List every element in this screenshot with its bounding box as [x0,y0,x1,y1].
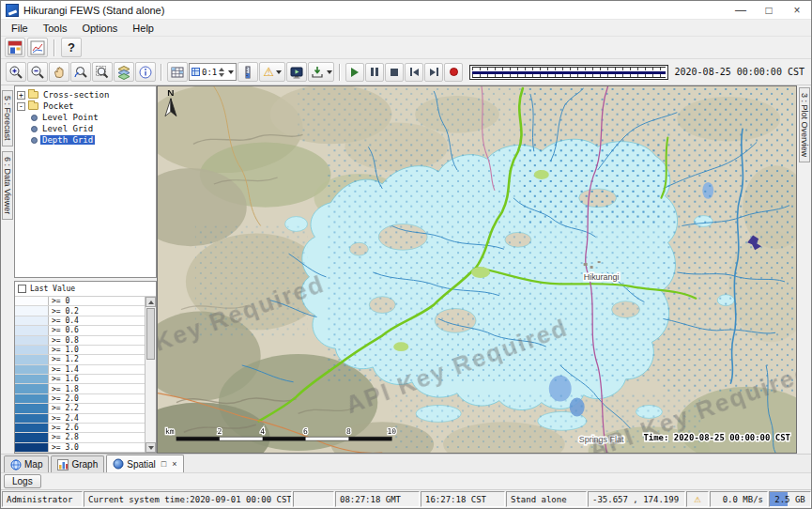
menu-item-options[interactable]: Options [74,22,125,35]
scale-tick: 10 [387,427,396,436]
download-icon [310,65,325,80]
menu-item-help[interactable]: Help [125,22,161,35]
map-viewport[interactable]: Hikurangi Springs Flat API Key Required … [157,85,797,454]
skip-start-icon [410,68,412,76]
status-memory: 2.5 GB [769,491,811,507]
warning-icon: ⚠ [694,493,700,505]
maximize-button[interactable]: □ [755,1,783,19]
legend-row: >= 2.4 [15,414,145,424]
panel-float-button[interactable]: □ [161,459,166,469]
menu-item-file[interactable]: File [4,22,36,35]
tree-item-cross-section[interactable]: Cross-section [41,90,111,100]
help-button[interactable]: ? [61,38,82,57]
legend-label: >= 0 [49,297,69,305]
menu-item-tools[interactable]: Tools [36,22,75,35]
spinner-arrows[interactable] [219,68,224,77]
zoom-out-button[interactable] [27,62,48,82]
scroll-track[interactable] [146,361,156,442]
map-toolbar: 0:1 ⚠ [1,59,811,85]
arrow-up-icon [148,301,154,304]
tab-graph[interactable]: Graph [51,455,104,472]
explorer-button[interactable] [5,38,25,57]
tree-row[interactable]: Level Grid [17,123,154,134]
zoom-previous-button[interactable] [70,62,91,82]
left-tab-strip: 5 : Forecast 6 : Data Viewer [1,85,14,454]
legend-label: >= 1.0 [49,346,79,354]
record-button[interactable] [444,63,463,82]
play-icon [351,68,359,77]
legend-swatch [15,433,49,441]
window-title: Hikurangi FEWS (Stand alone) [23,5,164,16]
legend-label: >= 2.6 [49,424,79,432]
layers-button[interactable] [114,62,134,82]
logs-button[interactable]: Logs [4,474,41,488]
tree-row[interactable]: - Pocket [17,100,154,112]
tree-row[interactable]: Level Point [17,112,154,123]
legend-row: >= 2.6 [15,424,145,433]
scroll-up-button[interactable] [146,297,156,307]
skip-start-button[interactable] [405,63,423,82]
status-bar: Administrator Current system time:2020-0… [1,489,811,508]
minimize-button[interactable]: — [727,1,755,19]
panel-close-button[interactable]: × [172,459,176,469]
tab-spatial[interactable]: Spatial □ × [106,455,183,472]
stop-icon [391,69,398,76]
tab-graph-label: Graph [71,459,98,470]
status-warning[interactable]: ⚠ [686,491,709,507]
collapse-icon[interactable]: - [17,102,25,111]
tree-item-level-point[interactable]: Level Point [40,113,100,122]
side-tab-data-viewer[interactable]: 6 : Data Viewer [2,151,13,220]
warning-button[interactable]: ⚠ [259,62,285,82]
grid-display-button[interactable] [167,62,188,82]
export-button[interactable] [308,62,334,82]
gauge-button[interactable] [237,62,258,82]
toolbar-separator [161,64,162,81]
status-mode: Stand alone [506,491,587,507]
status-user: Administrator [2,491,83,507]
info-button[interactable] [135,62,156,82]
tab-map[interactable]: Map [4,455,49,472]
close-button[interactable]: × [783,1,811,19]
scroll-thumb[interactable] [146,308,155,360]
status-gmt-time: 08:27:18 GMT [335,491,420,507]
tree-item-level-grid[interactable]: Level Grid [40,124,95,133]
play-button[interactable] [345,63,364,82]
info-icon [138,65,153,80]
chart-icon [30,40,45,55]
zoom-in-button[interactable] [6,62,26,82]
tree-item-depth-grid[interactable]: Depth Grid [40,135,95,145]
legend-row: >= 2.8 [15,433,145,442]
zoom-extent-button[interactable] [92,62,113,82]
chevron-down-icon [228,70,234,74]
animation-button[interactable] [286,62,307,82]
pan-button[interactable] [49,62,69,82]
display-button[interactable] [27,38,48,57]
last-value-checkbox[interactable] [18,285,26,293]
timeline-slider[interactable] [469,65,667,80]
tree-row[interactable]: + Cross-section [17,89,154,100]
interval-spinner[interactable]: 0:1 [189,63,237,81]
stop-button[interactable] [385,63,404,82]
tree-row[interactable]: Depth Grid [17,134,154,146]
map-canvas: Hikurangi Springs Flat API Key Required … [158,86,796,453]
legend-swatch [15,404,49,412]
scroll-down-button[interactable] [146,442,156,453]
tree-item-pocket[interactable]: Pocket [41,101,76,111]
legend-row: >= 1.0 [15,346,145,355]
legend-swatch [15,443,49,452]
legend-row: >= 1.2 [15,355,145,364]
side-tab-plot-overview[interactable]: 3 : Plot Overview [799,87,810,162]
expand-icon[interactable]: + [17,91,25,100]
pause-button[interactable] [365,63,384,82]
window-controls: — □ × [727,1,811,19]
legend-label: >= 2.2 [49,404,79,412]
legend-title: Last Value [30,285,75,293]
interval-value: 0:1 [202,68,217,77]
legend-scrollbar[interactable] [145,297,156,453]
skip-end-button[interactable] [424,63,443,82]
legend-label: >= 1.4 [49,365,79,374]
toolbar-separator [54,39,55,56]
logs-row: Logs [1,472,811,489]
side-tab-forecast[interactable]: 5 : Forecast [2,90,13,147]
scale-tick: 2 [217,427,222,436]
